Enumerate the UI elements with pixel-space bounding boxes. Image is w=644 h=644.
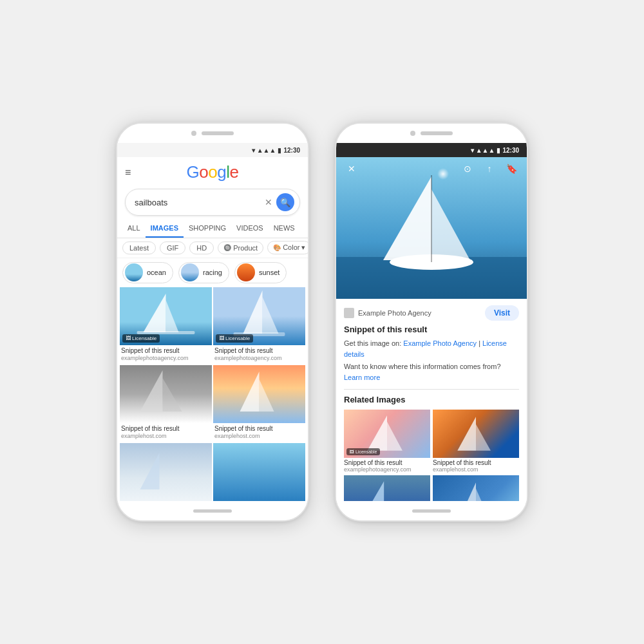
share-button[interactable]: ↑ xyxy=(480,160,498,178)
image-card-4[interactable]: Snippet of this result examplehost.com xyxy=(213,365,305,442)
snippet-desc-2: Want to know where this information come… xyxy=(344,361,519,383)
ocean-thumb xyxy=(125,263,143,281)
phone-top-left xyxy=(117,124,308,143)
left-phone-content: ≡ Google sailboats ✕ 🔍 ALL IMAGES xyxy=(117,157,308,501)
logo-o2: o xyxy=(208,162,217,182)
filter-latest[interactable]: Latest xyxy=(122,242,156,254)
tab-images[interactable]: IMAGES xyxy=(146,220,184,238)
left-phone: ▾ ▲▲▲ ▮ 12:30 ≡ Google sailboats ✕ xyxy=(116,122,309,522)
clear-search-icon[interactable]: ✕ xyxy=(265,197,272,207)
related-card-4[interactable] xyxy=(433,475,519,501)
related-thumb-4 xyxy=(433,475,519,501)
agency-link[interactable]: Example Photo Agency xyxy=(403,339,477,347)
google-logo: Google xyxy=(187,162,239,182)
category-row: ocean racing sunset xyxy=(117,258,308,287)
snippet-desc-1: Get this image on: Example Photo Agency … xyxy=(344,338,519,359)
logo-g2: g xyxy=(217,162,226,182)
hamburger-menu[interactable]: ≡ xyxy=(125,167,131,178)
signal-icon-right: ▲▲▲ xyxy=(476,147,495,154)
status-bar-left: ▾ ▲▲▲ ▮ 12:30 xyxy=(117,143,308,157)
image-thumb-5 xyxy=(120,443,212,501)
image-caption-3: Snippet of this result xyxy=(120,423,212,433)
svg-marker-4 xyxy=(263,297,279,334)
racing-label: racing xyxy=(203,269,222,276)
home-bar-right xyxy=(412,509,451,513)
image-grid: 🖼 Licensable Snippet of this result exam… xyxy=(117,287,308,501)
svg-marker-7 xyxy=(163,378,182,412)
search-bar[interactable]: sailboats ✕ 🔍 xyxy=(125,189,300,216)
image-thumb-4 xyxy=(213,365,305,423)
related-caption-1: Snippet of this result xyxy=(344,458,430,466)
logo-e: e xyxy=(229,162,238,182)
svg-marker-6 xyxy=(140,370,163,412)
image-caption-2: Snippet of this result xyxy=(213,345,305,355)
speaker-left xyxy=(202,131,234,135)
detail-info: Example Photo Agency Visit Snippet of th… xyxy=(336,299,527,501)
battery-icon-right: ▮ xyxy=(497,147,500,154)
image-card-6[interactable] xyxy=(213,443,305,501)
category-racing[interactable]: racing xyxy=(178,262,229,283)
visit-button[interactable]: Visit xyxy=(485,305,519,321)
filter-color[interactable]: 🎨 Color ▾ xyxy=(267,241,308,254)
snippet-title: Snippet of this result xyxy=(344,325,519,334)
wifi-icon-right: ▾ xyxy=(471,147,474,154)
learn-more-link[interactable]: Learn more xyxy=(344,374,380,381)
category-ocean[interactable]: ocean xyxy=(122,262,173,283)
search-icon: 🔍 xyxy=(280,198,290,207)
image-card-3[interactable]: Snippet of this result examplehost.com xyxy=(120,365,212,442)
related-thumb-3 xyxy=(344,475,430,501)
tab-videos[interactable]: VIDEOS xyxy=(231,220,269,238)
status-icons-left: ▾ ▲▲▲ ▮ 12:30 xyxy=(252,147,300,154)
related-card-2[interactable]: Snippet of this result examplehost.com xyxy=(433,410,519,473)
image-thumb-3 xyxy=(120,365,212,423)
svg-marker-23 xyxy=(460,482,476,501)
bookmark-button[interactable]: 🔖 xyxy=(502,160,520,178)
filter-hd[interactable]: HD xyxy=(189,242,214,254)
svg-marker-1 xyxy=(166,300,179,332)
image-thumb-1: 🖼 Licensable xyxy=(120,287,212,345)
wifi-icon: ▾ xyxy=(252,147,255,154)
search-input[interactable]: sailboats xyxy=(135,198,265,207)
svg-marker-21 xyxy=(476,424,491,451)
licensable-badge-2: 🖼 Licensable xyxy=(216,334,253,343)
svg-marker-24 xyxy=(476,489,488,501)
related-thumb-1: 🖼 Licensable xyxy=(344,410,430,458)
time-right: 12:30 xyxy=(502,147,519,154)
signal-icon: ▲▲▲ xyxy=(257,147,276,154)
detail-hero-image: ✕ ⊙ ↑ 🔖 xyxy=(336,157,527,299)
right-phone: ▾ ▲▲▲ ▮ 12:30 xyxy=(335,122,528,522)
tab-all[interactable]: ALL xyxy=(122,220,146,238)
ocean-label: ocean xyxy=(147,269,166,276)
svg-marker-18 xyxy=(367,415,387,451)
tab-shopping[interactable]: SHOPPING xyxy=(184,220,231,238)
image-card-2[interactable]: 🖼 Licensable Snippet of this result exam… xyxy=(213,287,305,364)
camera-right xyxy=(410,131,415,136)
detail-right-icons: ⊙ ↑ 🔖 xyxy=(459,160,520,178)
image-source-2: examplephotoagency.com xyxy=(213,355,305,364)
filter-gif[interactable]: GIF xyxy=(160,242,185,254)
phones-container: ▾ ▲▲▲ ▮ 12:30 ≡ Google sailboats ✕ xyxy=(116,122,528,522)
detail-top-bar: ✕ ⊙ ↑ 🔖 xyxy=(336,157,527,180)
image-card-1[interactable]: 🖼 Licensable Snippet of this result exam… xyxy=(120,287,212,364)
speaker-right xyxy=(421,131,453,135)
lens-icon-button[interactable]: ⊙ xyxy=(459,160,477,178)
close-button[interactable]: ✕ xyxy=(343,160,361,178)
phone-bottom-right xyxy=(336,501,527,520)
related-card-3[interactable] xyxy=(344,475,430,501)
category-sunset[interactable]: sunset xyxy=(234,262,287,283)
svg-marker-19 xyxy=(387,422,402,451)
related-source-1: examplephotoagency.com xyxy=(344,466,430,473)
image-caption-4: Snippet of this result xyxy=(213,423,305,433)
search-button[interactable]: 🔍 xyxy=(276,193,294,211)
filter-product[interactable]: 🔘 Product xyxy=(218,242,263,254)
right-phone-content: ✕ ⊙ ↑ 🔖 Example Photo Agency xyxy=(336,157,527,501)
related-card-1[interactable]: 🖼 Licensable Snippet of this result exam… xyxy=(344,410,430,473)
svg-marker-3 xyxy=(243,290,263,334)
svg-marker-8 xyxy=(240,372,260,412)
image-source-3: examplehost.com xyxy=(120,433,212,442)
related-section: Related Images 🖼 Licensable xyxy=(344,389,519,501)
logo-o1: o xyxy=(199,162,208,182)
source-name: Example Photo Agency xyxy=(358,309,431,317)
image-card-5[interactable] xyxy=(120,443,212,501)
tab-news[interactable]: NEWS xyxy=(269,220,300,238)
